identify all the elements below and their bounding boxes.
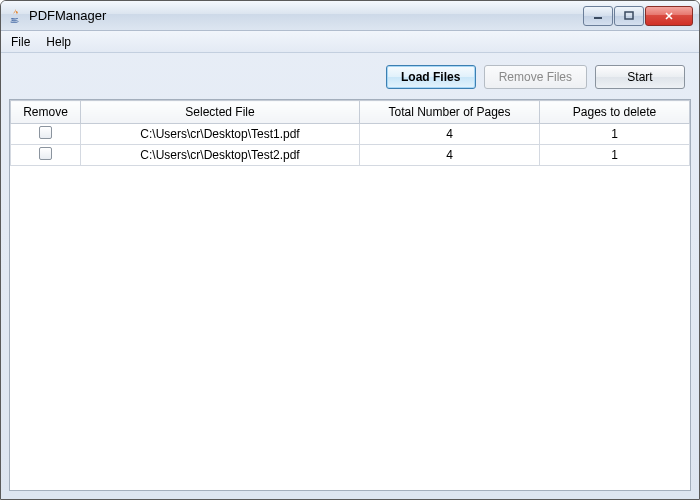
cell-delete[interactable]: 1 <box>540 124 690 145</box>
header-remove[interactable]: Remove <box>11 101 81 124</box>
svg-rect-1 <box>625 12 633 19</box>
minimize-button[interactable] <box>583 6 613 26</box>
menu-file[interactable]: File <box>7 33 34 51</box>
cell-pages[interactable]: 4 <box>360 145 540 166</box>
cell-remove[interactable] <box>11 145 81 166</box>
header-total-pages[interactable]: Total Number of Pages <box>360 101 540 124</box>
titlebar: PDFManager <box>1 1 699 31</box>
remove-checkbox[interactable] <box>39 126 52 139</box>
app-window: PDFManager File Help Load Files Remove F… <box>0 0 700 500</box>
cell-remove[interactable] <box>11 124 81 145</box>
header-selected-file[interactable]: Selected File <box>81 101 360 124</box>
menubar: File Help <box>1 31 699 53</box>
remove-checkbox[interactable] <box>39 147 52 160</box>
java-app-icon <box>7 8 23 24</box>
table-row[interactable]: C:\Users\cr\Desktop\Test1.pdf 4 1 <box>11 124 690 145</box>
close-button[interactable] <box>645 6 693 26</box>
window-title: PDFManager <box>29 8 583 23</box>
load-files-button[interactable]: Load Files <box>386 65 476 89</box>
maximize-button[interactable] <box>614 6 644 26</box>
header-pages-to-delete[interactable]: Pages to delete <box>540 101 690 124</box>
toolbar: Load Files Remove Files Start <box>9 61 691 99</box>
table-empty-area <box>10 166 690 490</box>
cell-file[interactable]: C:\Users\cr\Desktop\Test1.pdf <box>81 124 360 145</box>
file-table-panel: Remove Selected File Total Number of Pag… <box>9 99 691 491</box>
cell-file[interactable]: C:\Users\cr\Desktop\Test2.pdf <box>81 145 360 166</box>
file-table: Remove Selected File Total Number of Pag… <box>10 100 690 166</box>
svg-rect-0 <box>594 17 602 19</box>
cell-pages[interactable]: 4 <box>360 124 540 145</box>
table-row[interactable]: C:\Users\cr\Desktop\Test2.pdf 4 1 <box>11 145 690 166</box>
table-header-row: Remove Selected File Total Number of Pag… <box>11 101 690 124</box>
menu-help[interactable]: Help <box>42 33 75 51</box>
remove-files-button[interactable]: Remove Files <box>484 65 587 89</box>
cell-delete[interactable]: 1 <box>540 145 690 166</box>
start-button[interactable]: Start <box>595 65 685 89</box>
window-controls <box>583 6 693 26</box>
client-area: Load Files Remove Files Start Remove Sel… <box>1 53 699 499</box>
